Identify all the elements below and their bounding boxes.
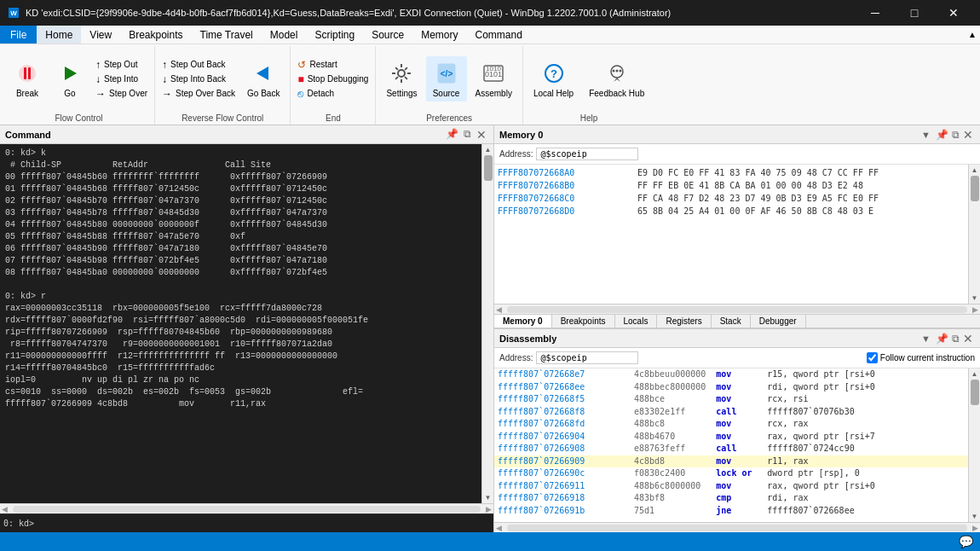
memory-horizontal-scrollbar[interactable]: ◀ ▶ — [494, 304, 980, 314]
menu-command[interactable]: Command — [467, 26, 531, 44]
disassembly-row[interactable]: fffff807`0726691b 75d1 jne fffff807`0726… — [494, 505, 968, 518]
command-output[interactable]: 0: kd> k # Child-SP RetAddr Call Site00 … — [0, 144, 481, 503]
menu-model[interactable]: Model — [262, 26, 307, 44]
mem-scroll-track[interactable] — [969, 176, 980, 293]
menu-source[interactable]: Source — [363, 26, 412, 44]
go-back-button[interactable]: Go Back — [240, 56, 286, 102]
memory-tab-breakpoints[interactable]: Breakpoints — [552, 315, 615, 328]
command-horizontal-scrollbar[interactable]: ◀ ▶ — [0, 503, 493, 513]
disasm-horizontal-scrollbar[interactable]: ◀ ▶ — [494, 522, 980, 532]
disassembly-row[interactable]: fffff807`07266911 488b6c8000000 mov rax,… — [494, 480, 968, 493]
detach-icon: ⎋ — [297, 88, 303, 100]
memory-tab-memory-0[interactable]: Memory 0 — [494, 315, 552, 328]
disassembly-row[interactable]: fffff807`07266918 483bf8 cmp rdi, rax — [494, 492, 968, 505]
disasm-pin-icon[interactable]: 📌 — [934, 333, 950, 345]
memory-tab-locals[interactable]: Locals — [615, 315, 658, 328]
go-button[interactable]: Go — [49, 56, 90, 102]
chat-icon[interactable]: 💬 — [959, 535, 973, 548]
step-over-button[interactable]: → Step Over — [92, 87, 151, 101]
status-right: 💬 — [959, 535, 973, 548]
memory-dropdown-icon[interactable]: ▼ — [921, 130, 931, 140]
memory-vertical-scrollbar[interactable]: ▲ ▼ — [968, 165, 980, 304]
disassembly-row[interactable]: fffff807`0726690c f0830c2400 lock or dwo… — [494, 467, 968, 480]
disassembly-row[interactable]: fffff807`07266904 488b4670 mov rax, qwor… — [494, 431, 968, 444]
disassembly-row[interactable]: fffff807`072668e7 4c8bbeuu000000 mov r15… — [494, 368, 968, 381]
restart-button[interactable]: ↺ Restart — [294, 58, 372, 72]
memory-address-input[interactable] — [536, 148, 638, 160]
disasm-dropdown-icon[interactable]: ▼ — [921, 334, 931, 344]
disasm-close-button[interactable]: ✕ — [961, 332, 975, 345]
disasm-scroll-up[interactable]: ▲ — [970, 368, 980, 380]
menu-memory[interactable]: Memory — [412, 26, 466, 44]
menu-timetravel[interactable]: Time Travel — [192, 26, 262, 44]
follow-instruction-checkbox[interactable]: Follow current instruction — [867, 352, 975, 363]
disassembly-row[interactable]: fffff807`072668fd 488bc8 mov rcx, rax — [494, 418, 968, 431]
command-vertical-scrollbar[interactable]: ▲ ▼ — [481, 144, 493, 503]
stop-button[interactable]: ■ Stop Debugging — [294, 72, 372, 86]
memory-close-button[interactable]: ✕ — [961, 128, 975, 142]
command-line: r8=fffff80704747370 r9=0000000000001001 … — [5, 339, 476, 351]
scroll-thumb[interactable] — [484, 155, 493, 181]
minimize-button[interactable]: ─ — [856, 0, 895, 26]
step-out-button[interactable]: ↑ Step Out — [92, 58, 151, 72]
disassembly-row[interactable]: fffff807`072668ee 488bbec8000000 mov rdi… — [494, 381, 968, 394]
step-out-back-button[interactable]: ↑ Step Out Back — [159, 58, 239, 72]
memory-tab-stack[interactable]: Stack — [712, 315, 751, 328]
disasm-addr-cell: fffff807`072668e7 — [498, 368, 634, 381]
scroll-up-btn[interactable]: ▲ — [483, 144, 493, 155]
menu-view[interactable]: View — [81, 26, 120, 44]
menu-scripting[interactable]: Scripting — [306, 26, 363, 44]
follow-checkbox-input[interactable] — [867, 352, 878, 363]
disasm-scroll-thumb[interactable] — [971, 380, 979, 405]
command-line: 06 fffff807`04845b90 fffff807`047a7180 0… — [5, 243, 476, 255]
assembly-button[interactable]: 0101 1010 Assembly — [469, 56, 519, 102]
disassembly-row[interactable]: fffff807`07266909 4c8bd8 mov r11, rax — [494, 455, 968, 468]
memory-pin-icon[interactable]: 📌 — [934, 129, 950, 141]
mem-scroll-down[interactable]: ▼ — [970, 293, 980, 304]
settings-button[interactable]: Settings — [379, 56, 424, 102]
disasm-float-icon[interactable]: ⧉ — [950, 333, 961, 345]
disasm-scroll-down[interactable]: ▼ — [970, 511, 980, 522]
step-into-back-button[interactable]: ↓ Step Into Back — [159, 72, 239, 86]
step-over-back-button[interactable]: → Step Over Back — [159, 87, 239, 101]
break-button[interactable]: Break — [7, 56, 48, 102]
svg-point-18 — [619, 70, 621, 72]
memory-tab-registers[interactable]: Registers — [657, 315, 711, 328]
source-button[interactable]: </> Source — [426, 56, 467, 102]
menu-file[interactable]: File — [0, 26, 37, 44]
step-into-button[interactable]: ↓ Step Into — [92, 72, 151, 86]
chevron-up-icon[interactable]: ▲ — [968, 30, 977, 39]
disassembly-row[interactable]: fffff807`072668f8 e83302e1ff call fffff8… — [494, 406, 968, 419]
command-input[interactable] — [36, 519, 490, 528]
maximize-button[interactable]: □ — [895, 0, 934, 26]
detach-button[interactable]: ⎋ Detach — [294, 87, 372, 101]
menu-home[interactable]: Home — [37, 26, 81, 44]
disasm-mnemonic-cell: lock or — [716, 467, 767, 480]
menu-breakpoints[interactable]: Breakpoints — [120, 26, 191, 44]
float-icon[interactable]: ⧉ — [462, 128, 473, 142]
disassembly-content[interactable]: fffff807`072668e7 4c8bbeuu000000 mov r15… — [494, 368, 968, 522]
mem-scroll-thumb[interactable] — [971, 176, 979, 201]
svg-text:</>: </> — [440, 69, 453, 78]
mem-scroll-up[interactable]: ▲ — [970, 165, 980, 176]
disasm-addr-cell: fffff807`07266911 — [498, 480, 634, 493]
disassembly-row[interactable]: fffff807`07266908 e88763feff call fffff8… — [494, 443, 968, 455]
ribbon-collapse[interactable]: ▲ — [968, 30, 980, 39]
close-panel-button[interactable]: ✕ — [475, 128, 488, 142]
close-button[interactable]: ✕ — [934, 0, 973, 26]
app-icon: W — [7, 6, 20, 20]
memory-tab-debugger[interactable]: Debugger — [751, 315, 806, 328]
pin-icon[interactable]: 📌 — [444, 128, 460, 142]
disasm-addr-cell: fffff807`0726691b — [498, 505, 634, 518]
ribbon-help: ? Local Help Feedback Hub — [523, 46, 654, 125]
disasm-address-input[interactable] — [536, 351, 638, 364]
memory-content[interactable]: FFFF807072668A0E9 D0 FC E0 FF 41 83 FA 4… — [494, 165, 968, 304]
feedback-hub-button[interactable]: Feedback Hub — [582, 56, 651, 102]
memory-float-icon[interactable]: ⧉ — [950, 129, 961, 141]
local-help-button[interactable]: ? Local Help — [527, 56, 580, 102]
scroll-down-btn[interactable]: ▼ — [483, 492, 493, 503]
scroll-track[interactable] — [482, 155, 493, 492]
disasm-scroll-track[interactable] — [969, 380, 980, 511]
disasm-vertical-scrollbar[interactable]: ▲ ▼ — [968, 368, 980, 522]
disassembly-row[interactable]: fffff807`072668f5 488bce mov rcx, rsi — [494, 393, 968, 406]
